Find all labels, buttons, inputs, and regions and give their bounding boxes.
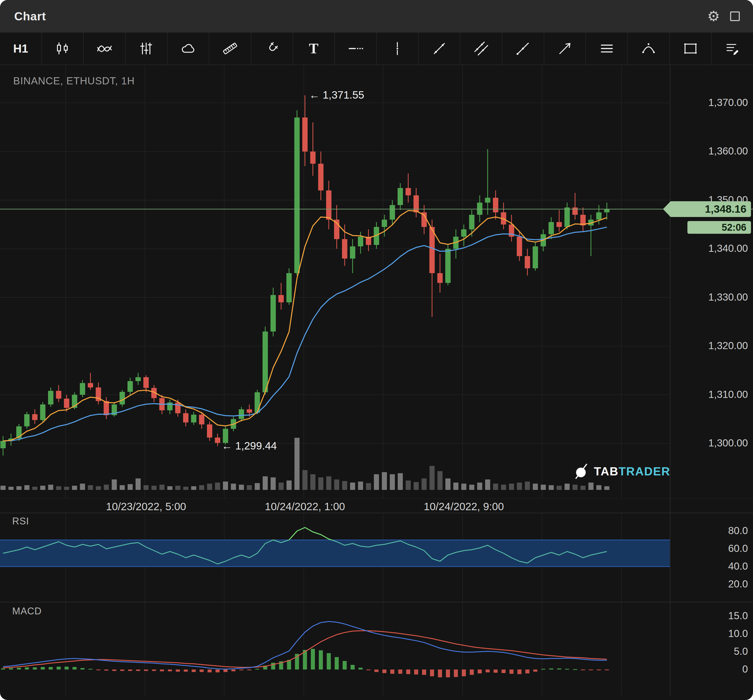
price-axis-label: 1,360.00	[674, 145, 748, 157]
date-axis-label: 10/24/2022, 9:00	[424, 500, 504, 513]
rectangle-tool-button[interactable]	[670, 33, 712, 64]
window-mode-icon[interactable]	[730, 11, 740, 21]
cloud-save-button[interactable]	[167, 33, 209, 64]
parallel-channel-tool-button[interactable]	[460, 33, 502, 64]
arrow-icon	[557, 41, 573, 57]
vertical-line-tool-button[interactable]	[377, 33, 419, 64]
horizontal-line-tool-button[interactable]	[335, 33, 377, 64]
toolbar: H1	[0, 33, 753, 65]
watermark-tab-text: TAB	[594, 465, 619, 478]
rsi-axis-label: 60.0	[674, 543, 748, 554]
macd-axis-label: 10.0	[674, 628, 748, 639]
settings-gear-icon[interactable]: ⚙	[707, 9, 720, 23]
ruler-icon	[222, 41, 238, 57]
tabtrader-watermark: TABTRADER	[572, 462, 670, 480]
horizontal-lines-icon	[599, 41, 615, 57]
tabtrader-chart-window: Chart ⚙ H1	[0, 0, 753, 700]
horizontal-lines-tool-button[interactable]	[586, 33, 628, 64]
ray-tool-button[interactable]	[502, 33, 544, 64]
manage-drawings-button[interactable]	[712, 33, 753, 64]
arc-icon	[641, 41, 657, 57]
last-price-badge: 1,348.16	[670, 201, 751, 217]
text-tool-icon: T	[309, 41, 318, 57]
rsi-axis-label: 40.0	[674, 561, 748, 572]
tabtrader-logo-icon	[572, 462, 590, 480]
date-axis-label: 10/23/2022, 5:00	[106, 500, 186, 513]
low-price-annotation: ← 1,299.44	[222, 440, 277, 452]
parallel-channel-icon	[473, 41, 489, 57]
rsi-axis-label: 80.0	[674, 525, 748, 536]
price-axis-label: 1,330.00	[674, 292, 748, 303]
price-axis-label: 1,300.00	[674, 437, 748, 449]
macd-pane-label: MACD	[12, 606, 42, 617]
rsi-axis-label: 20.0	[674, 578, 748, 590]
price-axis-label: 1,310.00	[674, 389, 748, 400]
text-tool-button[interactable]: T	[293, 33, 335, 64]
trend-line-tool-button[interactable]	[419, 33, 461, 64]
timeframe-label: H1	[13, 42, 28, 55]
horizontal-line-icon	[347, 41, 364, 57]
macd-axis-label: 5.0	[674, 645, 748, 657]
indicators-icon	[96, 41, 112, 57]
price-axis-label: 1,340.00	[674, 243, 748, 254]
manage-drawings-icon	[724, 41, 741, 57]
magnet-button[interactable]	[251, 33, 293, 64]
candle-style-button[interactable]	[42, 33, 84, 64]
arrow-tool-button[interactable]	[544, 33, 586, 64]
candle-countdown-badge: 52:06	[687, 221, 751, 234]
rsi-pane-label: RSI	[12, 516, 29, 527]
watermark-text: TABTRADER	[594, 465, 670, 478]
chart-settings-button[interactable]	[126, 33, 167, 64]
timeframe-button[interactable]: H1	[0, 33, 42, 64]
titlebar-actions: ⚙	[707, 9, 740, 23]
symbol-label: BINANCE, ETHUSDT, 1H	[13, 75, 135, 87]
ruler-button[interactable]	[209, 33, 251, 64]
price-chart-canvas[interactable]	[0, 0, 753, 700]
cloud-icon	[180, 41, 196, 57]
high-price-annotation: ← 1,371.55	[309, 89, 364, 101]
macd-axis-label: 0	[674, 663, 748, 675]
watermark-trader-text: TRADER	[619, 465, 670, 478]
titlebar: Chart ⚙	[0, 0, 753, 33]
trend-line-icon	[431, 41, 447, 57]
indicators-button[interactable]	[84, 33, 126, 64]
rectangle-icon	[682, 41, 698, 57]
arc-tool-button[interactable]	[628, 33, 670, 64]
price-axis-label: 1,370.00	[674, 97, 748, 108]
macd-axis-label: 15.0	[674, 610, 748, 622]
ray-icon	[515, 41, 531, 57]
vertical-line-icon	[389, 41, 406, 57]
candlestick-icon	[55, 41, 71, 57]
magnet-icon	[264, 41, 280, 57]
price-axis-label: 1,320.00	[674, 340, 748, 351]
window-title: Chart	[14, 9, 46, 23]
date-axis-label: 10/24/2022, 1:00	[265, 500, 345, 513]
sliders-icon	[138, 41, 154, 57]
